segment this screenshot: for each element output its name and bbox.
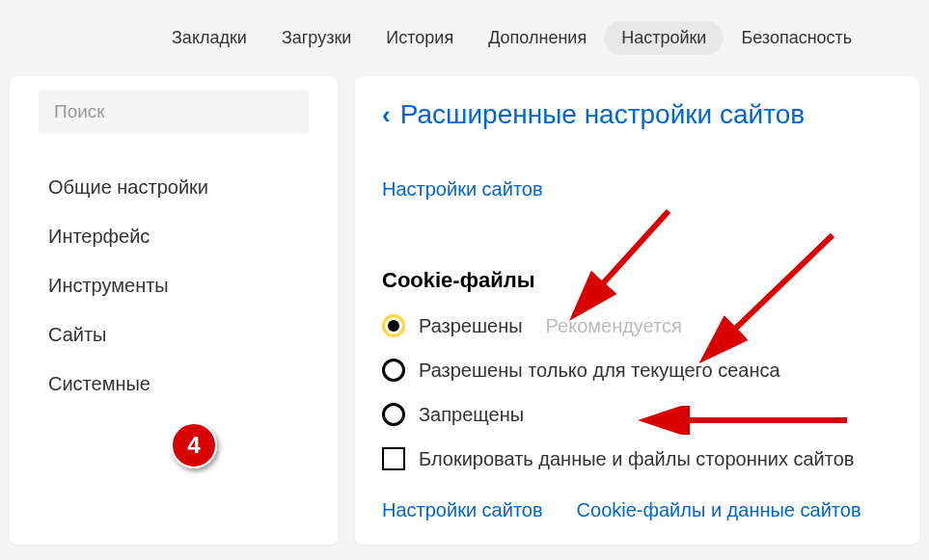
top-nav: Закладки Загрузки История Дополнения Нас…: [0, 0, 929, 76]
bottom-links: Настройки сайтов Cookie-файлы и данные с…: [382, 499, 892, 521]
radio-icon: [382, 359, 405, 382]
back-chevron-icon[interactable]: ‹: [382, 100, 391, 130]
svg-line-3: [707, 235, 833, 356]
radio-icon: [382, 314, 405, 337]
svg-line-1: [577, 211, 669, 312]
checkbox-label: Блокировать данные и файлы сторонних сай…: [419, 448, 854, 470]
sidebar-item-system[interactable]: Системные: [39, 360, 309, 409]
checkbox-block-third-party[interactable]: Блокировать данные и файлы сторонних сай…: [382, 447, 892, 470]
radio-icon: [382, 403, 405, 426]
site-settings-link[interactable]: Настройки сайтов: [382, 178, 543, 200]
cookie-section-heading: Cookie-файлы: [382, 268, 892, 293]
page-title: Расширенные настройки сайтов: [400, 99, 805, 130]
main-panel: ‹ Расширенные настройки сайтов Настройки…: [355, 76, 919, 545]
sidebar-item-interface[interactable]: Интерфейс: [39, 212, 309, 261]
radio-blocked[interactable]: Запрещены: [382, 403, 892, 426]
checkbox-icon: [382, 447, 405, 470]
sidebar-item-tools[interactable]: Инструменты: [39, 261, 309, 310]
annotation-arrow-icon: [688, 226, 842, 370]
nav-addons[interactable]: Дополнения: [471, 21, 604, 55]
sidebar-item-sites[interactable]: Сайты: [39, 310, 309, 360]
nav-settings[interactable]: Настройки: [604, 21, 724, 55]
nav-bookmarks[interactable]: Закладки: [154, 21, 264, 55]
sidebar: Общие настройки Интерфейс Инструменты Са…: [10, 76, 338, 545]
radio-label: Запрещены: [419, 404, 524, 426]
radio-session-only[interactable]: Разрешены только для текущего сеанса: [382, 359, 892, 382]
nav-downloads[interactable]: Загрузки: [264, 21, 369, 55]
recommended-label: Рекомендуется: [546, 315, 682, 337]
search-input[interactable]: [54, 101, 293, 122]
search-box[interactable]: [39, 90, 309, 134]
site-settings-link-bottom[interactable]: Настройки сайтов: [382, 499, 543, 521]
nav-history[interactable]: История: [369, 21, 471, 55]
cookie-data-link[interactable]: Cookie-файлы и данные сайтов: [577, 499, 861, 521]
radio-label: Разрешены только для текущего сеанса: [419, 360, 780, 382]
annotation-arrow-icon: [558, 201, 683, 327]
sidebar-item-general[interactable]: Общие настройки: [39, 163, 309, 212]
nav-security[interactable]: Безопасность: [724, 21, 869, 55]
radio-allowed[interactable]: Разрешены Рекомендуется: [382, 314, 892, 337]
annotation-badge: 4: [171, 422, 217, 468]
page-title-row: ‹ Расширенные настройки сайтов: [382, 99, 892, 130]
radio-label: Разрешены: [419, 315, 523, 337]
